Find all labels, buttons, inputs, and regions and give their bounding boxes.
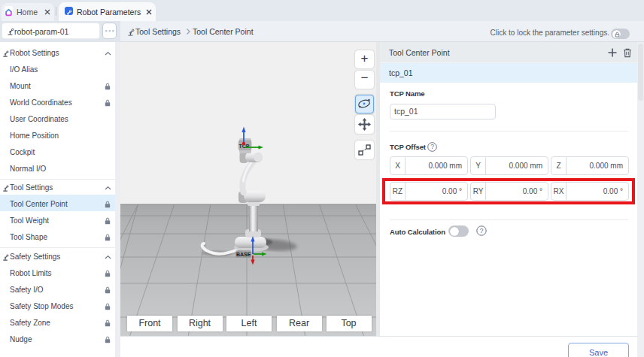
svg-text:BASE: BASE <box>236 252 251 257</box>
svg-text:?: ? <box>430 143 434 150</box>
svg-text:?: ? <box>480 227 484 234</box>
